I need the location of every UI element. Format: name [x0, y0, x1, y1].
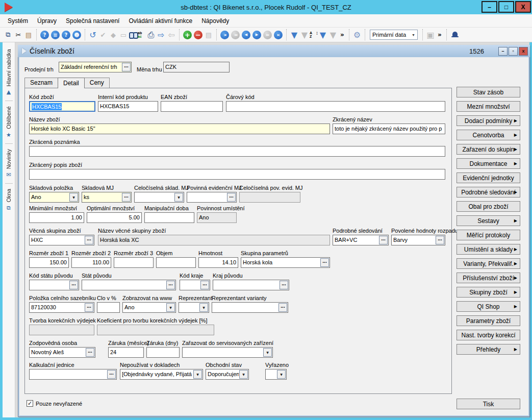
varianty-prekvalif-button[interactable]: Varianty, Překvalif.▶ [457, 258, 520, 269]
kraj-puvodu-ellipsis-button[interactable] [280, 281, 288, 289]
app-maximize-button[interactable]: □ [498, 1, 514, 13]
menu-syst-m[interactable]: Systém [3, 15, 33, 27]
povolene-hodnoty-ellipsis-button[interactable] [436, 236, 444, 244]
filter-advanced-icon[interactable]: ▼ [318, 30, 328, 40]
sidebar-tab-windows[interactable]: Okna⧉ [6, 185, 12, 215]
filter-icon[interactable]: ▼ [289, 30, 299, 40]
help-context-icon[interactable]: ? [40, 31, 49, 39]
app-close-button[interactable]: X [515, 1, 531, 13]
kod-statu-puvodu-input[interactable] [29, 280, 79, 290]
qi-shop-button[interactable]: QI Shop▶ [457, 301, 520, 312]
carovy-kod-input[interactable] [226, 101, 445, 112]
optimalni-mnozstvi-input[interactable]: 5.00 [87, 212, 142, 223]
tab-ceny[interactable]: Ceny [84, 78, 110, 88]
reprezentant-varianty-input[interactable] [212, 302, 288, 313]
kod-zbozi-input[interactable]: HXCBAS15 [29, 101, 95, 112]
zobrazovat-www-dropdown-button[interactable] [166, 303, 175, 312]
help-manual-icon[interactable]: ≡ [51, 31, 60, 39]
povinna-evidencni-mj-input[interactable] [187, 192, 237, 203]
data-profile-select[interactable]: Primární data▼ [370, 30, 418, 40]
zarazeni-do-skupin-button[interactable]: Zařazení do skupin▶ [457, 144, 520, 155]
dialog-close-button[interactable]: x [519, 47, 528, 56]
evidencni-jednotky-button[interactable]: Evidenční jednotky [457, 172, 520, 183]
zodpovedna-osoba-input[interactable]: Novotný Aleš [29, 347, 95, 358]
tab-seznam[interactable]: Seznam [24, 78, 58, 88]
stat-puvodu-ellipsis-button[interactable] [166, 281, 175, 289]
nav-first-icon[interactable]: |◀ [220, 31, 229, 39]
sidebar-tab-main-menu[interactable]: Hlavní nabídka▲ [6, 45, 12, 99]
skladova-mj-input[interactable]: ks [82, 192, 132, 203]
app-minimize-button[interactable]: – [482, 1, 497, 13]
ean-input[interactable] [161, 101, 223, 112]
sort-icon[interactable]: AZ [310, 30, 318, 40]
nepouzivat-v-dokladech-dropdown-button[interactable] [193, 370, 202, 379]
vecna-skupina-input[interactable]: HXC [29, 235, 94, 245]
celociselna-sklad-mj-dropdown-button[interactable] [174, 193, 183, 202]
toolbar-overflow2-icon[interactable]: » [436, 30, 444, 40]
kalkulacni-jednice-input[interactable] [29, 369, 117, 380]
only-active-checkbox[interactable]: ✓ Pouze nevyřazené [27, 400, 82, 407]
bookmark-icon[interactable]: ◆ [108, 30, 118, 40]
skupina-parametru-ellipsis-button[interactable] [320, 258, 329, 267]
manipulacni-doba-input[interactable] [144, 212, 194, 223]
menu-ovl-d-n-aktivn-funkce[interactable]: Ovládání aktivní funkce [124, 15, 197, 27]
dokumentace-button[interactable]: Dokumentace▶ [457, 158, 520, 169]
zkracena-poznamka-input[interactable] [29, 146, 445, 157]
nav-prev-icon[interactable]: ◀ [242, 31, 250, 39]
objem-input[interactable] [156, 257, 196, 268]
skladova-polozka-select[interactable]: Ano [29, 192, 79, 203]
celociselna-sklad-mj-select[interactable] [134, 192, 184, 203]
skladova-polozka-dropdown-button[interactable] [69, 193, 78, 202]
nav-last-icon[interactable]: ▶| [274, 31, 283, 39]
dodaci-podminky-button[interactable]: Dodací podmínky▶ [457, 115, 520, 126]
checkbox-check-icon[interactable]: ✓ [27, 400, 33, 407]
notifications-icon[interactable] [451, 31, 459, 39]
filter-cancel-icon[interactable]: ▼ [299, 30, 310, 40]
settings-icon[interactable]: ⚙ [352, 30, 362, 40]
clo-input[interactable] [97, 302, 120, 313]
cut-icon[interactable]: ✂ [13, 30, 23, 40]
nazev-zbozi-input[interactable]: Horské kolo XC Basic 15" [29, 123, 330, 134]
reprezentant-varianty-ellipsis-button[interactable] [278, 303, 287, 312]
nav-next-page-icon[interactable]: ▶▶ [263, 31, 272, 39]
help-assistant-icon[interactable]: ☻ [72, 31, 81, 39]
cenotvorba-button[interactable]: Cenotvorba▶ [457, 130, 520, 140]
zkraceny-nazev-input[interactable]: toto je nějaký zkrácený název použitý pr… [333, 123, 445, 134]
market-input[interactable]: Základní referenční trh [59, 62, 132, 72]
filter-remove-icon[interactable]: ▼ [328, 30, 338, 40]
refresh-icon[interactable]: ↺ [88, 30, 98, 40]
delete-record-icon[interactable]: − [194, 31, 202, 39]
reprezentant-select[interactable] [179, 302, 209, 313]
povolene-hodnoty-input[interactable]: Barvy [391, 235, 445, 245]
parametry-zbozi-button[interactable]: Parametry zboží [457, 315, 520, 326]
vyrazeno-select[interactable] [265, 369, 287, 380]
toolbar-overflow-icon[interactable]: » [338, 30, 346, 40]
zarazovat-servis-select[interactable] [182, 347, 273, 358]
podrobne-sledovani-input[interactable]: BAR+VC [333, 235, 389, 245]
kod-statu-puvodu-ellipsis-button[interactable] [69, 281, 78, 289]
find-icon[interactable] [129, 31, 138, 38]
tab-detail[interactable]: Detail [58, 78, 85, 88]
save-view-icon[interactable]: ▣ [425, 30, 436, 40]
add-record-icon[interactable]: + [183, 31, 192, 39]
obchodni-stav-dropdown-button[interactable] [239, 370, 248, 379]
obchodni-stav-select[interactable]: Doporučujeme [206, 369, 249, 380]
sidebar-tab-favorites[interactable]: Oblíbené★ [6, 103, 12, 142]
new-window-icon[interactable]: ▭ [118, 30, 129, 40]
kod-kraje-ellipsis-button[interactable] [200, 281, 209, 289]
apply-icon[interactable]: ✔ [98, 30, 108, 40]
nepouzivat-v-dokladech-select[interactable]: [Objednávky vydané, Přijatá plr [120, 369, 203, 380]
zodpovedna-osoba-ellipsis-button[interactable] [86, 348, 94, 357]
export-data-icon[interactable]: ⇨ [156, 30, 166, 40]
povinna-evidencni-mj-ellipsis-button[interactable] [227, 193, 236, 202]
skladova-mj-ellipsis-button[interactable] [122, 193, 131, 202]
stat-puvodu-input[interactable] [82, 280, 176, 290]
nav-next-icon[interactable]: ▶ [252, 31, 261, 39]
podrobne-sledovani-button[interactable]: Podrobné sledování▶ [457, 187, 520, 197]
rozmer3-input[interactable] [114, 257, 154, 268]
umisteni-a-sklady-button[interactable]: Umístění a sklady▶ [457, 244, 520, 255]
vecna-skupina-ellipsis-button[interactable] [85, 236, 93, 244]
obal-pro-zbozi-button[interactable]: Obal pro zboží [457, 201, 520, 212]
print-button[interactable]: Tisk [457, 399, 520, 409]
menu-n-pov-dy[interactable]: Nápovědy [197, 15, 234, 27]
